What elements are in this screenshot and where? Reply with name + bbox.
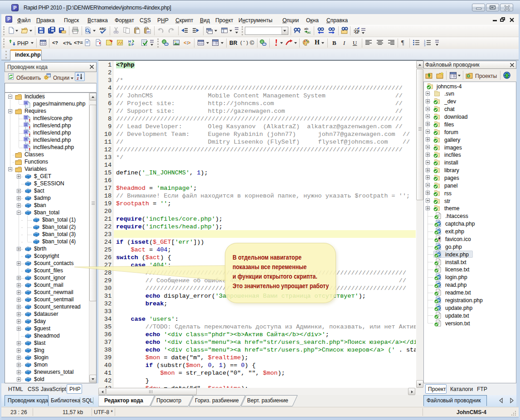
svg-text:Z: Z (77, 77, 79, 80)
svg-text:>: > (188, 40, 191, 46)
svg-text:ac: ac (307, 30, 311, 34)
svg-text:3: 3 (424, 44, 426, 46)
svg-text:ab: ab (147, 30, 150, 33)
svg-text:O: O (355, 29, 358, 34)
svg-text:S: S (128, 43, 131, 46)
svg-text://: // (118, 41, 122, 45)
svg-text:P: P (131, 43, 134, 46)
svg-text:¶: ¶ (401, 39, 404, 46)
